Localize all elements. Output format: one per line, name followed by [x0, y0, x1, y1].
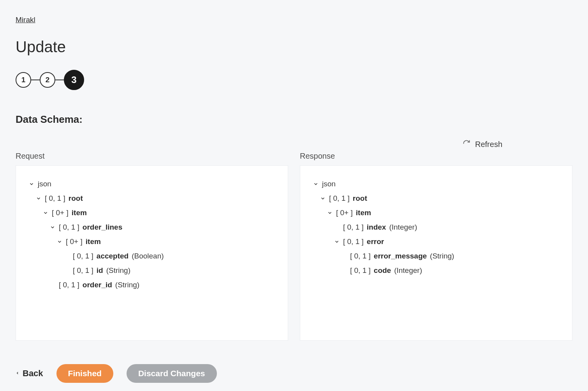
stepper: 1 2 3 [16, 70, 572, 90]
tree-node-id[interactable]: [ 0, 1 ] id (String) [28, 263, 275, 278]
tree-node-error[interactable]: [ 0, 1 ] error [313, 234, 560, 249]
step-3[interactable]: 3 [64, 70, 84, 90]
chevron-down-icon [42, 210, 49, 216]
discard-changes-button[interactable]: Discard Changes [127, 364, 217, 383]
chevron-down-icon [49, 224, 56, 230]
chevron-down-icon [334, 239, 340, 245]
chevron-down-icon [313, 181, 319, 187]
response-label: Response [300, 152, 572, 161]
refresh-label: Refresh [475, 140, 502, 149]
tree-node-root[interactable]: [ 0, 1 ] root [313, 191, 560, 205]
tree-node-order-id[interactable]: [ 0, 1 ] order_id (String) [28, 278, 275, 292]
step-1[interactable]: 1 [16, 72, 31, 88]
chevron-left-icon [16, 368, 19, 379]
tree-node-index[interactable]: [ 0, 1 ] index (Integer) [313, 220, 560, 234]
tree-node-code[interactable]: [ 0, 1 ] code (Integer) [313, 263, 560, 278]
request-label: Request [16, 152, 288, 161]
chevron-down-icon [327, 210, 333, 216]
page-title: Update [16, 38, 572, 56]
tree-node-order-lines[interactable]: [ 0, 1 ] order_lines [28, 220, 275, 234]
tree-node-json[interactable]: json [28, 177, 275, 191]
breadcrumb-link[interactable]: Mirakl [16, 16, 35, 24]
request-schema-panel: json [ 0, 1 ] root [ 0+ ] item [ 0, 1 ] … [16, 165, 288, 341]
response-schema-panel: json [ 0, 1 ] root [ 0+ ] item [ 0, 1 ] … [300, 165, 572, 341]
finished-button[interactable]: Finished [56, 364, 113, 383]
step-2[interactable]: 2 [40, 72, 55, 88]
tree-node-item[interactable]: [ 0+ ] item [28, 205, 275, 220]
section-title: Data Schema: [16, 113, 572, 126]
chevron-down-icon [35, 195, 42, 202]
chevron-down-icon [320, 195, 326, 202]
tree-node-accepted[interactable]: [ 0, 1 ] accepted (Boolean) [28, 249, 275, 263]
step-connector [31, 80, 40, 80]
tree-node-json[interactable]: json [313, 177, 560, 191]
refresh-icon [463, 140, 470, 149]
chevron-down-icon [28, 181, 35, 187]
back-button[interactable]: Back [16, 368, 43, 379]
tree-node-item[interactable]: [ 0+ ] item [313, 205, 560, 220]
tree-node-root[interactable]: [ 0, 1 ] root [28, 191, 275, 205]
tree-node-error-message[interactable]: [ 0, 1 ] error_message (String) [313, 249, 560, 263]
step-connector [55, 80, 64, 80]
tree-node-item[interactable]: [ 0+ ] item [28, 234, 275, 249]
chevron-down-icon [56, 239, 63, 245]
refresh-button[interactable]: Refresh [463, 140, 502, 149]
